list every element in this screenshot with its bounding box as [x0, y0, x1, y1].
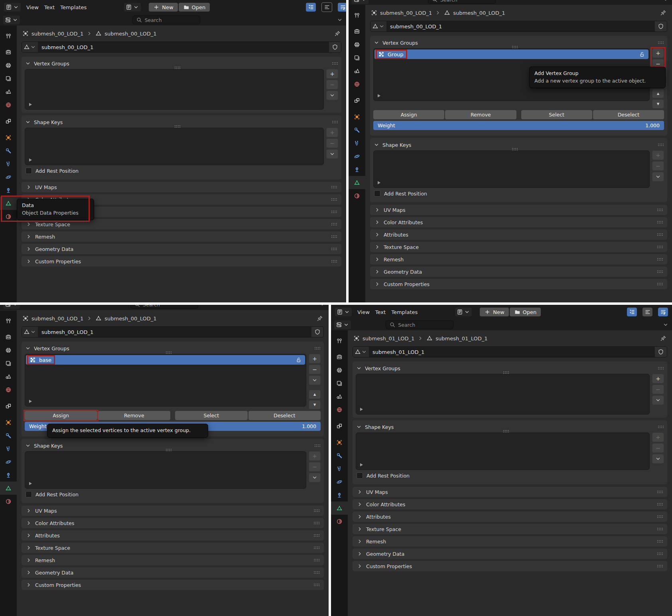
tab-tool[interactable] [0, 314, 17, 327]
tab-object[interactable] [0, 416, 17, 429]
add-shape-key-button[interactable]: + [309, 451, 321, 461]
breadcrumb-object[interactable]: submesh_01_LOD_1 [363, 336, 414, 342]
list-expand-icon[interactable] [29, 158, 32, 162]
tab-object[interactable] [331, 436, 348, 449]
tab-scene[interactable] [0, 85, 17, 98]
shape-keys-header[interactable]: Shape Keys [25, 117, 338, 127]
shape-keys-list[interactable] [356, 432, 650, 470]
list-expand-icon[interactable] [378, 181, 380, 184]
panel-grip[interactable] [313, 546, 320, 549]
panel-grip[interactable] [313, 559, 320, 562]
breadcrumb-mesh[interactable]: submesh_01_LOD_1 [436, 336, 487, 342]
panel-grip[interactable] [332, 120, 338, 124]
tab-world[interactable] [331, 403, 348, 416]
breadcrumb-object[interactable]: submesh_00_LOD_1 [32, 316, 83, 322]
editor-type-button[interactable] [335, 308, 352, 316]
section-row-remesh[interactable]: Remesh [22, 555, 324, 565]
mesh-datablock-button[interactable] [22, 42, 38, 52]
tab-world[interactable] [0, 383, 17, 396]
vertex-group-name[interactable]: Group [388, 51, 404, 57]
tab-render[interactable] [331, 350, 348, 363]
remove-shape-key-button[interactable]: − [652, 443, 664, 453]
tab-particles[interactable] [0, 442, 17, 455]
shape-keys-list[interactable] [373, 150, 650, 188]
panel-grip[interactable] [657, 490, 663, 494]
open-button[interactable]: Open [510, 308, 541, 316]
vertex-group-specials-button[interactable] [309, 375, 321, 385]
panel-grip[interactable] [331, 223, 337, 226]
tab-collection[interactable] [0, 115, 17, 128]
lock-open-icon[interactable] [638, 51, 645, 57]
search-input[interactable]: Search [428, 0, 496, 4]
section-row-remesh[interactable]: Remesh [370, 254, 667, 265]
add-vertex-group-button[interactable]: + [652, 374, 664, 383]
menu-text[interactable]: Text [375, 309, 386, 315]
tab-physics[interactable] [0, 170, 17, 184]
section-row-geometry-data[interactable]: Geometry Data [22, 244, 341, 254]
assign-button[interactable]: Assign [25, 411, 97, 420]
move-group-up-button[interactable]: ▲ [309, 390, 321, 399]
tab-material[interactable] [331, 515, 348, 528]
tab-world[interactable] [349, 77, 365, 91]
shape-key-specials-button[interactable] [309, 473, 321, 482]
move-group-up-button[interactable]: ▲ [652, 89, 664, 98]
properties-filter-button[interactable] [3, 305, 20, 309]
breadcrumb-object[interactable]: submesh_00_LOD_1 [380, 10, 432, 16]
panel-grip[interactable] [313, 521, 320, 525]
panel-grip[interactable] [331, 235, 337, 238]
fake-user-button[interactable] [329, 42, 341, 52]
tab-physics[interactable] [0, 455, 17, 468]
panel-grip[interactable] [657, 515, 663, 518]
list-expand-icon[interactable] [29, 482, 32, 485]
section-row-color-attributes[interactable]: Color Attributes [22, 518, 324, 528]
remove-button[interactable]: Remove [445, 110, 516, 119]
vertex-group-specials-button[interactable] [652, 395, 664, 405]
mesh-name-value[interactable]: submesh_00_LOD_1 [386, 21, 655, 32]
section-row-remesh[interactable]: Remesh [22, 231, 341, 242]
section-row-custom-properties[interactable]: Custom Properties [22, 256, 341, 267]
section-row-uv-maps[interactable]: UV Maps [370, 205, 667, 215]
tab-modifiers[interactable] [0, 429, 17, 442]
move-group-down-button[interactable]: ▼ [309, 400, 321, 409]
section-row-attributes[interactable]: Attributes [22, 530, 324, 541]
tab-output[interactable] [0, 344, 17, 357]
breadcrumb-mesh[interactable]: submesh_00_LOD_1 [104, 316, 156, 322]
panel-grip[interactable] [657, 540, 663, 543]
section-row-geometry-data[interactable]: Geometry Data [353, 549, 667, 559]
tab-constraints[interactable] [0, 468, 17, 482]
mesh-datablock-button[interactable] [353, 347, 369, 357]
menu-templates[interactable]: Templates [60, 4, 87, 10]
section-row-uv-maps[interactable]: UV Maps [22, 182, 341, 192]
syntax-highlight-toggle[interactable] [338, 3, 346, 12]
shape-key-specials-button[interactable] [652, 454, 664, 464]
list-expand-icon[interactable] [360, 408, 363, 411]
panel-grip[interactable] [657, 565, 663, 568]
add-shape-key-button[interactable]: + [652, 432, 664, 442]
text-datablock-selector[interactable] [455, 308, 472, 316]
vertex-group-row[interactable]: Group [374, 49, 648, 59]
word-wrap-toggle[interactable] [642, 308, 652, 316]
menu-text[interactable]: Text [44, 4, 55, 10]
fake-user-button[interactable] [655, 347, 667, 357]
add-shape-key-button[interactable]: + [652, 150, 664, 160]
tab-viewlayer[interactable] [331, 377, 348, 390]
vertex-groups-header[interactable]: Vertex Groups [25, 59, 338, 68]
mesh-name-value[interactable]: submesh_01_LOD_1 [369, 347, 655, 357]
section-row-texture-space[interactable]: Texture Space [22, 219, 341, 229]
tab-tool[interactable] [331, 334, 348, 347]
tab-material[interactable] [0, 495, 17, 508]
select-button[interactable]: Select [521, 110, 592, 119]
remove-shape-key-button[interactable]: − [652, 161, 664, 171]
add-rest-position-checkbox[interactable] [374, 190, 380, 197]
tab-render[interactable] [0, 45, 17, 59]
pin-icon[interactable] [660, 335, 666, 342]
mesh-name-value[interactable]: submesh_00_LOD_1 [38, 327, 311, 337]
panel-grip[interactable] [314, 444, 321, 447]
section-row-uv-maps[interactable]: UV Maps [22, 505, 324, 516]
weight-slider[interactable]: Weight 1.000 [373, 121, 664, 130]
section-row-attributes[interactable]: Attributes [370, 229, 667, 240]
tab-object[interactable] [0, 131, 17, 144]
lock-open-icon[interactable] [295, 357, 302, 363]
vertex-groups-header[interactable]: Vertex Groups [25, 344, 321, 353]
tab-object[interactable] [349, 110, 365, 123]
